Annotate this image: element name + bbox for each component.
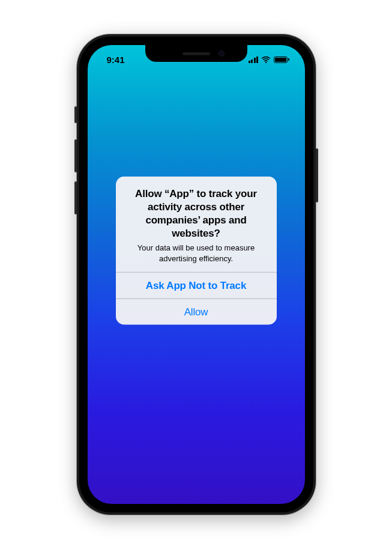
- phone-bezel: 9:41: [79, 37, 313, 512]
- tracking-permission-alert: Allow “App” to track your activity acros…: [116, 177, 277, 325]
- wifi-icon: [261, 56, 271, 63]
- speaker-grille: [182, 52, 210, 55]
- battery-icon: [274, 56, 289, 63]
- allow-button[interactable]: Allow: [116, 299, 277, 325]
- volume-down-button: [74, 181, 77, 214]
- volume-up-button: [74, 139, 77, 172]
- display-notch: [145, 45, 247, 62]
- power-button: [316, 148, 318, 202]
- front-camera: [219, 50, 225, 56]
- cellular-signal-icon: [249, 56, 259, 63]
- alert-message: Your data will be used to measure advert…: [125, 243, 267, 264]
- phone-screen: 9:41: [88, 45, 305, 504]
- alert-title: Allow “App” to track your activity acros…: [125, 187, 267, 240]
- status-time: 9:41: [101, 52, 125, 65]
- silence-switch: [74, 106, 77, 123]
- ask-not-to-track-button[interactable]: Ask App Not to Track: [116, 272, 277, 299]
- alert-content: Allow “App” to track your activity acros…: [116, 177, 277, 272]
- status-indicators: [249, 54, 292, 63]
- phone-device-frame: 9:41: [77, 34, 316, 515]
